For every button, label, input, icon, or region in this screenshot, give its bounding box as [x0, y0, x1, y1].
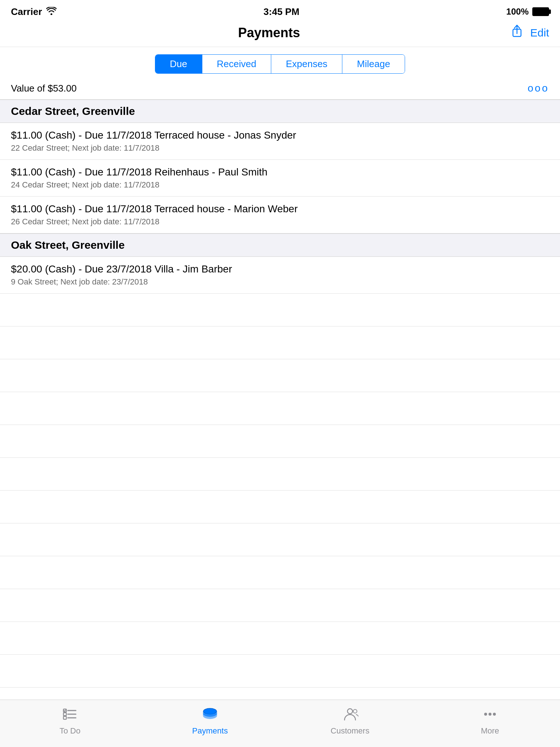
section-header-cedar-text: Cedar Street, Greenville — [11, 105, 135, 117]
list-item-subtitle: 26 Cedar Street; Next job date: 11/7/201… — [11, 217, 549, 227]
todo-icon — [63, 708, 77, 724]
svg-point-9 — [347, 709, 353, 714]
list-item-subtitle: 9 Oak Street; Next job date: 23/7/2018 — [11, 277, 549, 287]
todo-label: To Do — [59, 726, 80, 736]
list-item[interactable]: $11.00 (Cash) - Due 11/7/2018 Terraced h… — [0, 197, 560, 233]
empty-row — [0, 556, 560, 589]
list-item[interactable]: $20.00 (Cash) - Due 23/7/2018 Villa - Ji… — [0, 257, 560, 294]
content-area: Cedar Street, Greenville $11.00 (Cash) -… — [0, 100, 560, 735]
page-title: Payments — [40, 25, 498, 40]
section-header-oak-text: Oak Street, Greenville — [11, 239, 125, 251]
list-item[interactable]: $11.00 (Cash) - Due 11/7/2018 Reihenhaus… — [0, 160, 560, 197]
value-row: Value of $53.00 ooo — [0, 77, 560, 100]
empty-row — [0, 294, 560, 326]
section-header-cedar: Cedar Street, Greenville — [0, 100, 560, 123]
payments-label: Payments — [192, 726, 228, 736]
battery-percent: 100% — [506, 7, 529, 17]
svg-rect-5 — [63, 713, 66, 716]
segment-container: Due Received Expenses Mileage — [0, 47, 560, 77]
list-item-title: $20.00 (Cash) - Due 23/7/2018 Villa - Ji… — [11, 263, 549, 275]
list-item[interactable]: $11.00 (Cash) - Due 11/7/2018 Terraced h… — [0, 123, 560, 160]
share-icon[interactable] — [511, 25, 523, 41]
svg-point-10 — [353, 709, 357, 713]
list-item-title: $11.00 (Cash) - Due 11/7/2018 Terraced h… — [11, 203, 549, 215]
empty-row — [0, 392, 560, 425]
empty-row — [0, 491, 560, 523]
status-left: Carrier — [11, 6, 57, 18]
value-text: Value of $53.00 — [11, 83, 77, 94]
payments-icon — [202, 708, 218, 724]
empty-row — [0, 326, 560, 359]
tab-due[interactable]: Due — [155, 55, 202, 73]
nav-bar: Payments Edit — [0, 22, 560, 47]
customers-icon — [342, 708, 358, 724]
empty-row — [0, 425, 560, 458]
nav-bar-right: Edit — [498, 25, 549, 41]
section-header-oak: Oak Street, Greenville — [0, 233, 560, 257]
more-label: More — [481, 726, 499, 736]
carrier-label: Carrier — [11, 6, 42, 18]
tab-item-customers[interactable]: Customers — [280, 708, 420, 736]
tab-item-more[interactable]: More — [420, 708, 560, 736]
segment-control: Due Received Expenses Mileage — [155, 54, 405, 74]
list-item-title: $11.00 (Cash) - Due 11/7/2018 Terraced h… — [11, 129, 549, 141]
empty-row — [0, 655, 560, 688]
edit-button[interactable]: Edit — [530, 27, 549, 39]
status-right: 100% — [506, 7, 549, 17]
wifi-icon — [46, 6, 57, 18]
more-dots-button[interactable]: ooo — [528, 82, 549, 94]
list-item-subtitle: 24 Cedar Street; Next job date: 11/7/201… — [11, 180, 549, 190]
svg-point-13 — [493, 713, 496, 716]
list-item-subtitle: 22 Cedar Street; Next job date: 11/7/201… — [11, 143, 549, 153]
tab-mileage[interactable]: Mileage — [342, 55, 405, 73]
status-time: 3:45 PM — [264, 6, 299, 18]
customers-label: Customers — [331, 726, 369, 736]
empty-row — [0, 589, 560, 622]
tab-expenses[interactable]: Expenses — [271, 55, 342, 73]
svg-point-11 — [484, 713, 487, 716]
tab-bar: To Do Payments Customers — [0, 700, 560, 747]
tab-item-payments[interactable]: Payments — [140, 708, 280, 736]
tab-item-todo[interactable]: To Do — [0, 708, 140, 736]
svg-rect-6 — [63, 716, 66, 719]
empty-row — [0, 622, 560, 655]
empty-row — [0, 523, 560, 556]
battery-icon — [532, 7, 549, 16]
list-item-title: $11.00 (Cash) - Due 11/7/2018 Reihenhaus… — [11, 166, 549, 178]
svg-point-12 — [489, 713, 491, 716]
tab-received[interactable]: Received — [202, 55, 271, 73]
empty-row — [0, 458, 560, 491]
status-bar: Carrier 3:45 PM 100% — [0, 0, 560, 22]
empty-row — [0, 359, 560, 392]
more-icon — [483, 708, 497, 724]
